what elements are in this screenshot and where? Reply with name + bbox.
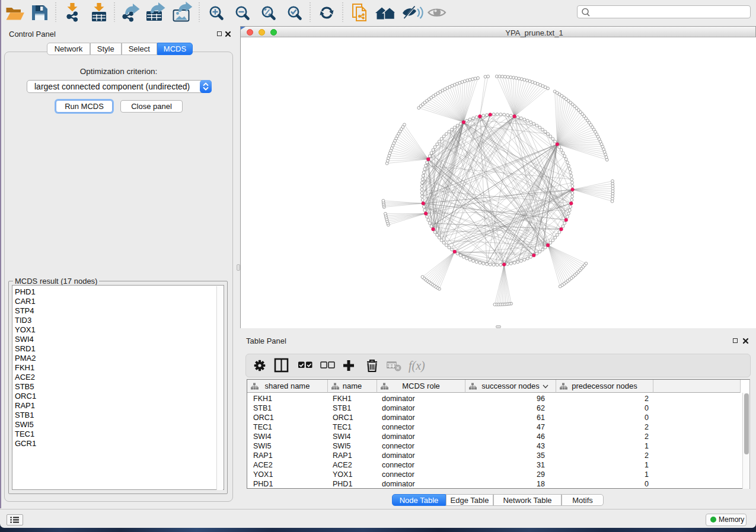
svg-text:f(x): f(x) — [409, 359, 425, 373]
